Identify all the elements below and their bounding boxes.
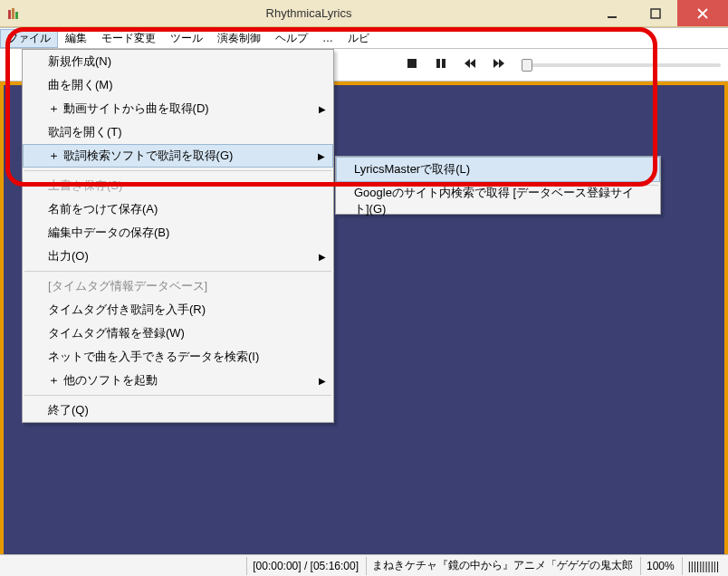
menu-item-exit[interactable]: 終了(Q) [23, 398, 333, 422]
status-zoom: 100% [640, 557, 680, 575]
svg-rect-0 [8, 10, 11, 19]
chevron-right-icon: ▶ [319, 376, 326, 386]
svg-marker-10 [493, 59, 499, 68]
chevron-right-icon: ▶ [318, 151, 325, 161]
menu-header-timetag-db: [タイムタグ情報データベース] [23, 274, 333, 298]
chevron-right-icon: ▶ [319, 252, 326, 262]
menu-item-new[interactable]: 新規作成(N) [23, 50, 333, 73]
menu-item-open-song[interactable]: 曲を開く(M) [23, 73, 333, 97]
title-buttons [590, 0, 728, 26]
maximize-button[interactable] [634, 0, 677, 26]
svg-rect-3 [608, 16, 617, 18]
menu-item-save-editing[interactable]: 編集中データの保存(B) [23, 221, 333, 245]
svg-rect-2 [15, 12, 18, 19]
svg-rect-5 [407, 59, 417, 68]
menu-edit[interactable]: 編集 [58, 29, 94, 48]
window-title: RhythmicaLyrics [27, 6, 590, 20]
menu-item-launch-other[interactable]: ＋ 他のソフトを起動 ▶ [23, 369, 333, 392]
menu-item-output[interactable]: 出力(O) ▶ [23, 245, 333, 268]
minimize-button[interactable] [590, 0, 634, 26]
app-window: RhythmicaLyrics ファイル 編集 モード変更 ツール 演奏制御 ヘ… [0, 0, 728, 576]
menu-item-get-timetag-lyrics[interactable]: タイムタグ付き歌詞を入手(R) [23, 298, 333, 322]
forward-button[interactable] [493, 57, 505, 73]
submenu-lyricsmaster[interactable]: LyricsMasterで取得(L) [336, 157, 660, 182]
seek-slider[interactable] [522, 63, 721, 67]
status-vu: ||||||||||| [682, 557, 724, 575]
status-time: [00:00:00] / [05:16:00] [246, 557, 364, 575]
menu-help[interactable]: ヘルプ [268, 29, 315, 48]
menu-item-get-lyrics-software[interactable]: ＋ 歌詞検索ソフトで歌詞を取得(G) ▶ [23, 144, 333, 168]
svg-rect-6 [436, 59, 440, 68]
app-icon [5, 5, 22, 22]
pause-button[interactable] [435, 57, 447, 73]
svg-marker-8 [465, 59, 470, 68]
menu-separator [24, 170, 331, 171]
status-bar: [00:00:00] / [05:16:00] まねきケチャ『鏡の中から』アニメ… [0, 554, 728, 576]
menu-more[interactable]: … [315, 30, 340, 46]
menu-item-register-timetag[interactable]: タイムタグ情報を登録(W) [23, 322, 333, 345]
menu-file[interactable]: ファイル [0, 29, 58, 48]
title-bar: RhythmicaLyrics [0, 0, 728, 27]
menu-bar: ファイル 編集 モード変更 ツール 演奏制御 ヘルプ … ルビ [0, 27, 728, 49]
menu-item-search-net[interactable]: ネットで曲を入手できるデータを検索(I) [23, 345, 333, 369]
status-info: まねきケチャ『鏡の中から』アニメ「ゲゲゲの鬼太郎 [366, 557, 638, 575]
svg-marker-11 [499, 59, 504, 68]
seek-thumb[interactable] [522, 59, 532, 72]
menu-play[interactable]: 演奏制御 [210, 29, 268, 48]
menu-item-get-from-video[interactable]: ＋ 動画サイトから曲を取得(D) ▶ [23, 97, 333, 120]
menu-item-save-as[interactable]: 名前をつけて保存(A) [23, 197, 333, 221]
svg-rect-1 [12, 8, 14, 19]
menu-separator [24, 395, 331, 396]
lyrics-submenu: LyricsMasterで取得(L) Googleのサイト内検索で取得 [データ… [335, 156, 661, 215]
submenu-google-site[interactable]: Googleのサイト内検索で取得 [データベース登録サイト](G) [336, 188, 660, 214]
svg-rect-7 [442, 59, 445, 68]
rewind-button[interactable] [464, 57, 476, 73]
menu-item-overwrite-save: 上書き保存(S) [23, 174, 333, 197]
chevron-right-icon: ▶ [319, 104, 326, 114]
stop-button[interactable] [406, 57, 418, 73]
menu-mode[interactable]: モード変更 [94, 29, 163, 48]
menu-ruby[interactable]: ルビ [340, 29, 377, 48]
menu-item-open-lyrics[interactable]: 歌詞を開く(T) [23, 120, 333, 144]
svg-rect-4 [651, 9, 660, 18]
svg-marker-9 [470, 59, 475, 68]
file-menu-dropdown: 新規作成(N) 曲を開く(M) ＋ 動画サイトから曲を取得(D) ▶ 歌詞を開く… [22, 49, 334, 423]
menu-separator [24, 271, 331, 272]
menu-tools[interactable]: ツール [163, 29, 210, 48]
close-button[interactable] [677, 0, 728, 26]
